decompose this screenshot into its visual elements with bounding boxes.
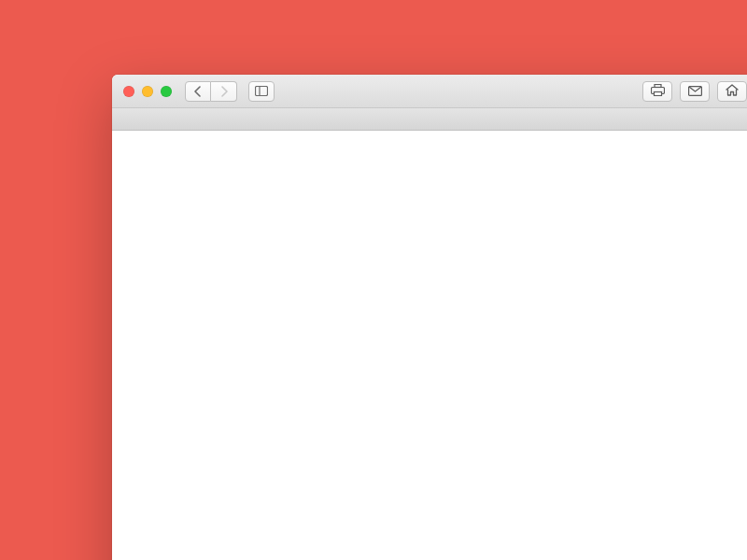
mail-button[interactable] [680, 81, 710, 102]
svg-rect-0 [256, 87, 268, 96]
zoom-button[interactable] [161, 86, 172, 97]
back-button[interactable] [185, 81, 211, 102]
toolbar-right [642, 81, 747, 102]
print-button[interactable] [642, 81, 672, 102]
chevron-right-icon [219, 86, 229, 97]
browser-window [112, 75, 747, 560]
window-controls [123, 86, 172, 97]
house-icon [726, 83, 739, 100]
chevron-left-icon [193, 86, 203, 97]
printer-icon [651, 83, 665, 100]
navigation-group [185, 81, 237, 102]
forward-button[interactable] [211, 81, 237, 102]
page-content [112, 131, 747, 560]
envelope-icon [688, 83, 702, 100]
svg-rect-3 [654, 91, 661, 95]
close-button[interactable] [123, 86, 134, 97]
home-button[interactable] [717, 81, 747, 102]
sidebar-toggle-button[interactable] [248, 81, 275, 102]
minimize-button[interactable] [142, 86, 153, 97]
sidebar-icon [255, 86, 268, 96]
tab-bar [112, 108, 747, 131]
titlebar [112, 75, 747, 108]
